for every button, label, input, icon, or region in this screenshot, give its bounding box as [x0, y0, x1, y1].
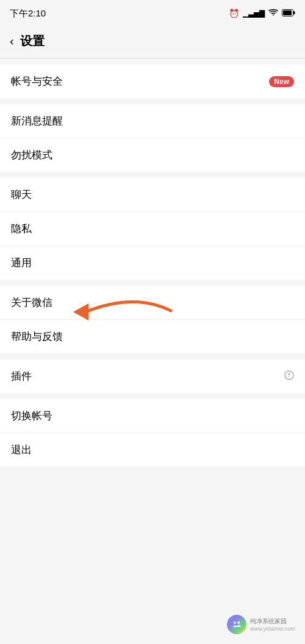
- section-notifications: 新消息提醒 勿扰模式: [0, 104, 305, 172]
- privacy-item[interactable]: 隐私: [0, 212, 305, 246]
- plugin-compass-icon: [284, 370, 294, 382]
- signal-icon: ▁▃▅▇: [243, 9, 265, 18]
- section-about: 关于微信 帮助与反馈: [0, 286, 305, 353]
- about-wechat-label: 关于微信: [11, 295, 294, 310]
- section-plugin: 插件: [0, 359, 305, 393]
- logout-item[interactable]: 退出: [0, 433, 305, 467]
- help-feedback-label: 帮助与反馈: [11, 330, 294, 344]
- new-badge: New: [269, 76, 294, 87]
- status-icons: ⏰ ▁▃▅▇: [229, 9, 295, 18]
- watermark-site-name: 纯净系统家园: [250, 617, 295, 626]
- battery-icon: [282, 9, 295, 18]
- about-wechat-item[interactable]: 关于微信: [0, 286, 305, 320]
- chat-label: 聊天: [11, 188, 294, 202]
- watermark: 纯净系统家园 www.yidaimei.com: [227, 615, 295, 634]
- svg-rect-2: [293, 12, 295, 15]
- section-account-switch: 切换帐号 退出: [0, 399, 305, 467]
- svg-rect-1: [283, 10, 292, 15]
- settings-content: 帐号与安全 New 新消息提醒 勿扰模式 聊天 隐私 通用: [0, 65, 305, 467]
- account-security-label: 帐号与安全: [11, 74, 263, 88]
- privacy-label: 隐私: [11, 222, 294, 236]
- help-feedback-item[interactable]: 帮助与反馈: [0, 320, 305, 353]
- general-item[interactable]: 通用: [0, 246, 305, 280]
- new-message-notification-item[interactable]: 新消息提醒: [0, 104, 305, 138]
- wifi-icon: [268, 9, 278, 18]
- new-message-label: 新消息提醒: [11, 114, 294, 128]
- svg-point-9: [237, 621, 240, 624]
- alarm-icon: ⏰: [229, 9, 239, 18]
- section-chat: 聊天 隐私 通用: [0, 178, 305, 280]
- status-bar: 下午2:10 ⏰ ▁▃▅▇: [0, 0, 305, 27]
- plugin-label: 插件: [11, 369, 281, 383]
- svg-marker-6: [288, 375, 290, 378]
- do-not-disturb-label: 勿扰模式: [11, 148, 294, 162]
- general-label: 通用: [11, 256, 294, 270]
- watermark-text: 纯净系统家园 www.yidaimei.com: [250, 617, 295, 632]
- status-time: 下午2:10: [10, 8, 46, 19]
- account-security-item[interactable]: 帐号与安全 New: [0, 65, 305, 98]
- watermark-icon: [227, 615, 246, 634]
- plugin-item[interactable]: 插件: [0, 359, 305, 393]
- back-button[interactable]: ‹: [10, 34, 14, 48]
- chat-item[interactable]: 聊天: [0, 178, 305, 212]
- page-title: 设置: [20, 33, 45, 49]
- logout-label: 退出: [11, 443, 294, 457]
- svg-point-8: [234, 621, 236, 624]
- header: ‹ 设置: [0, 27, 305, 58]
- switch-account-item[interactable]: 切换帐号: [0, 399, 305, 433]
- watermark-url: www.yidaimei.com: [250, 626, 295, 632]
- do-not-disturb-item[interactable]: 勿扰模式: [0, 138, 305, 172]
- svg-marker-5: [288, 372, 290, 375]
- switch-account-label: 切换帐号: [11, 409, 294, 423]
- svg-point-7: [231, 619, 242, 630]
- section-account: 帐号与安全 New: [0, 65, 305, 98]
